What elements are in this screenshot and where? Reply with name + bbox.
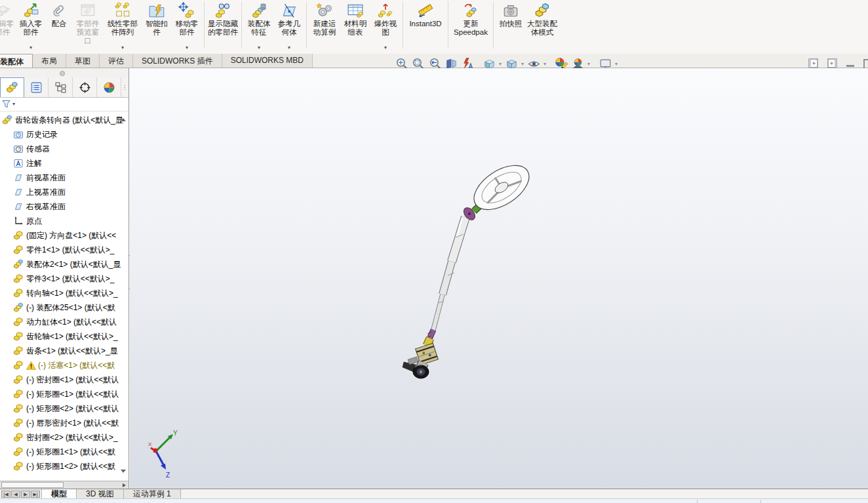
tab-propertymanager[interactable] [24,77,49,97]
ribbon-button-reference-geometry[interactable]: 参考几何体 [274,0,304,51]
nav-prev-icon[interactable]: ◀ [11,491,20,498]
window-controls [808,58,868,68]
toolbar-separator [448,1,448,49]
ribbon-button-insert-component[interactable]: 插入零部件 [16,0,46,51]
part-icon [13,317,24,327]
triad-z-label: Z [166,472,170,479]
nav-next-icon[interactable]: ▶ [21,491,30,498]
scrollbar-thumb[interactable] [1,482,64,488]
ribbon-button-assembly-features[interactable]: 装配体特征 [244,0,274,51]
tree-item-origin[interactable]: 原点 [0,214,128,228]
ribbon-button-show-hidden-components[interactable]: 显示隐藏的零部件 [207,0,239,51]
filter-funnel-icon[interactable] [1,99,11,109]
tree-item-annotations[interactable]: 注解 [0,156,128,171]
tree-item-sensors[interactable]: 传感器 [0,142,128,156]
update-speedpak-icon [462,2,479,19]
dropdown-arrow-icon[interactable]: ▾ [615,61,618,67]
tree-item-subassembly[interactable]: (-) 装配体25<1> (默认<默 [0,300,128,315]
pane-toggle-left-icon[interactable] [808,58,818,68]
tree-item-component[interactable]: (-) 矩形圈1<2> (默认<<默 [0,459,128,473]
ribbon-button-bill-of-materials[interactable]: 材料明细表 [340,0,370,51]
nav-last-icon[interactable]: ▶| [31,491,40,498]
manager-tab-overflow[interactable]: ⋮ [121,77,128,97]
ribbon-button-instant3d[interactable]: Instant3D [405,0,446,51]
tab-dimxpertmanager[interactable] [73,77,97,97]
ribbon-button-smart-fasteners[interactable]: 智能扣件 [142,0,172,51]
flyout-arrow-icon[interactable] [30,45,32,50]
assembly-icon [13,302,24,313]
ribbon-button-large-assembly-mode[interactable]: 大型装配体模式 [526,0,559,51]
tree-horizontal-scrollbar[interactable] [0,481,128,489]
tree-item-subassembly[interactable]: 装配体2<1> (默认<默认_显 [0,257,128,272]
tree-item-component[interactable]: 零件3<1> (默认<<默认>_ [0,272,128,286]
tree-item-component[interactable]: (固定) 方向盘<1> (默认<< [0,228,128,243]
tab-featuremanager-tree[interactable] [0,77,24,97]
new-motion-study-icon [316,2,333,19]
flyout-arrow-icon[interactable] [186,45,188,50]
steering-assembly-model[interactable] [130,68,868,489]
tab-configurationmanager[interactable] [49,77,73,97]
ribbon-button-update-speedpak[interactable]: 更新Speedpak [450,0,491,51]
feature-tree: 齿轮齿条转向器 (默认<默认_显 历史记录 传感器 注解 前视基准面 上视基准面 [0,113,128,481]
tree-item-root[interactable]: 齿轮齿条转向器 (默认<默认_显 [0,113,128,127]
tree-item-component[interactable]: (-) 矩形圈1<1> (默认<<默 [0,445,128,459]
tab-assembly[interactable]: 装配体 [0,54,33,68]
plane-icon [13,187,24,197]
tree-item-component[interactable]: (-) 密封圈<1> (默认<<默认 [0,372,128,387]
tree-item-component[interactable]: 转向轴<1> (默认<<默认>_ [0,286,128,300]
tree-item-front-plane[interactable]: 前视基准面 [0,171,128,185]
flyout-arrow-icon[interactable] [121,45,124,50]
tab-evaluate[interactable]: 评估 [100,54,133,68]
flyout-arrow-icon[interactable] [258,45,260,50]
tree-item-component[interactable]: (-) 矩形圈<2> (默认<<默认 [0,401,128,416]
tree-item-component[interactable]: 零件1<1> (默认<<默认>_ [0,243,128,257]
part-icon [13,346,24,356]
tree-item-history[interactable]: 历史记录 [0,127,128,142]
graphics-viewport[interactable]: Y Z X [130,68,868,489]
filter-dropdown-arrow-icon[interactable]: ▾ [12,101,15,107]
panel-grip[interactable] [0,68,128,78]
tree-item-component[interactable]: (-) 唇形密封<1> (默认<<默 [0,416,128,430]
tree-item-component-warning[interactable]: (-) 活塞<1> (默认<<默 [0,358,128,372]
tree-item-component[interactable]: 齿轮轴<1> (默认<<默认>_ [0,329,128,344]
minimize-icon[interactable] [846,65,854,67]
flyout-arrow-icon[interactable] [288,45,290,50]
ribbon-button-new-motion-study[interactable]: 新建运动算例 [309,0,340,51]
move-component-icon [178,2,195,19]
tree-item-component[interactable]: (-) 矩形圈<1> (默认<<默认 [0,387,128,401]
tab-sketch[interactable]: 草图 [66,54,100,68]
dropdown-arrow-icon[interactable]: ▾ [521,61,524,67]
dropdown-arrow-icon[interactable]: ▾ [543,61,546,67]
tab-solidworks-addins[interactable]: SOLIDWORKS 插件 [133,54,222,68]
tab-layout[interactable]: 布局 [33,54,66,68]
restore-icon[interactable] [863,59,868,68]
part-icon [13,418,24,428]
tree-item-component[interactable]: 齿条<1> (默认<<默认>_显 [0,344,128,358]
dropdown-arrow-icon[interactable]: ▾ [499,61,502,67]
tree-item-right-plane[interactable]: 右视基准面 [0,199,128,214]
tree-item-component[interactable]: 密封圈<2> (默认<<默认>_ [0,430,128,445]
status-bar [0,498,868,503]
configurationmanager-icon [54,81,67,94]
tree-item-component[interactable]: 动力缸体<1> (默认<<默认 [0,315,128,329]
part-icon [13,230,24,241]
ribbon-button-move-component[interactable]: 移动零部件 [172,0,202,51]
tab-3d-views[interactable]: 3D 视图 [77,489,124,498]
tree-scroll-down-icon[interactable] [121,470,126,473]
manager-tab-bar: ⋮ [0,77,128,98]
ribbon-button-exploded-view[interactable]: 爆炸视图 [370,0,401,51]
nav-first-icon[interactable]: |◀ [1,491,10,498]
tree-item-top-plane[interactable]: 上视基准面 [0,185,128,199]
tab-motion-study-1[interactable]: 运动算例 1 [124,489,181,498]
tab-model[interactable]: 模型 [41,489,77,498]
tab-solidworks-mbd[interactable]: SOLIDWORKS MBD [222,54,313,68]
dropdown-arrow-icon[interactable]: ▾ [587,61,590,67]
tab-displaymanager[interactable] [97,77,121,97]
ribbon-button-take-snapshot[interactable]: 拍快照 [496,0,526,51]
scroll-right-icon[interactable] [120,482,128,488]
ribbon-button-mate[interactable]: 配合 [46,0,72,51]
pane-toggle-right-icon[interactable] [827,58,837,68]
tree-scroll-up-icon[interactable] [121,118,126,121]
flyout-arrow-icon[interactable] [384,45,387,50]
ribbon-button-linear-component-pattern[interactable]: 线性零部件阵列 [104,0,142,51]
